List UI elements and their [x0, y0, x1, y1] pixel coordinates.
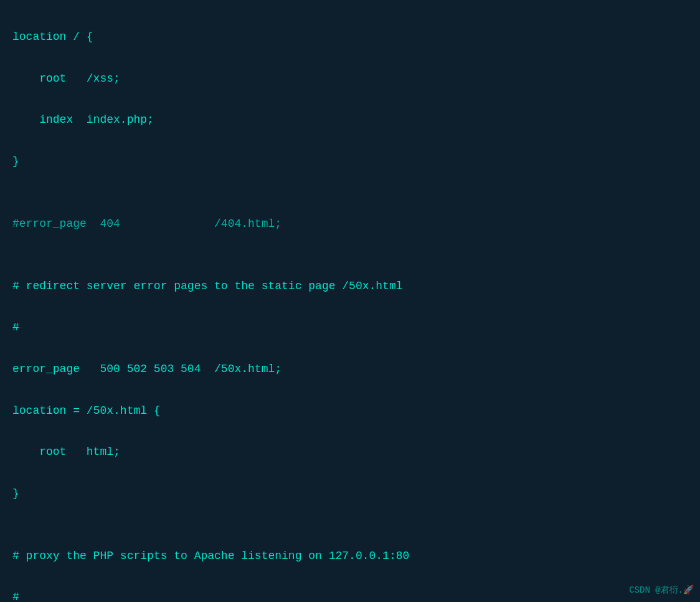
code-line: root html; — [0, 442, 700, 462]
code-line: # proxy the PHP scripts to Apache listen… — [0, 546, 700, 566]
code-line: # redirect server error pages to the sta… — [0, 276, 700, 297]
code-line: # — [0, 587, 700, 602]
code-line: index index.php; — [0, 110, 700, 130]
code-line: } — [0, 484, 700, 504]
code-line: #error_page 404 /404.html; — [0, 214, 700, 234]
code-line: location / { — [0, 27, 700, 47]
code-line: } — [0, 151, 700, 172]
code-line: root /xss; — [0, 69, 700, 89]
code-line: location = /50x.html { — [0, 401, 700, 421]
code-block: location / { root /xss; index index.php;… — [0, 0, 700, 602]
code-line: # — [0, 317, 700, 338]
code-line: error_page 500 502 503 504 /50x.html; — [0, 359, 700, 380]
watermark: CSDN @君衍.🚀 — [629, 585, 694, 596]
